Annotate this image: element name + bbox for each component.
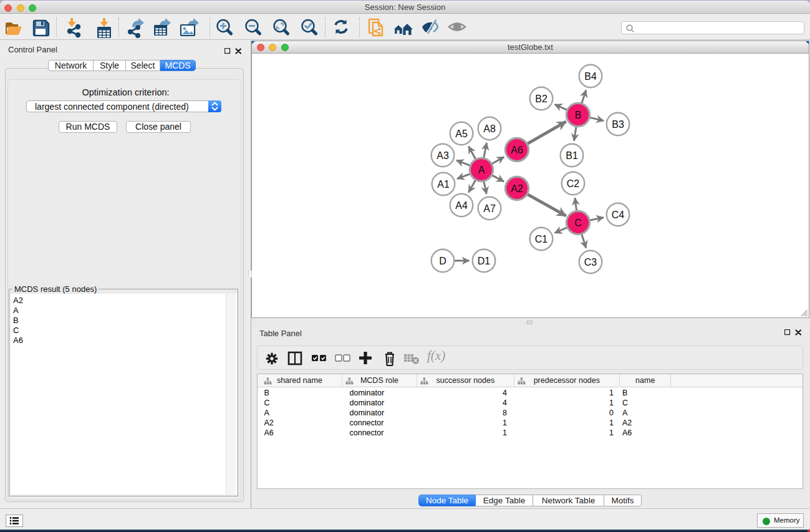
svg-text:D: D [439,256,446,266]
svg-text:A4: A4 [455,200,468,211]
svg-text:B2: B2 [535,94,547,104]
svg-text:C: C [574,218,582,228]
svg-text:A7: A7 [483,203,496,214]
svg-text:C1: C1 [535,234,548,244]
svg-text:A6: A6 [511,145,523,155]
svg-text:A8: A8 [483,123,496,134]
svg-text:B4: B4 [584,71,597,82]
svg-text:A3: A3 [436,150,449,161]
svg-text:A1: A1 [437,179,450,190]
svg-text:A5: A5 [455,128,468,139]
svg-text:D1: D1 [478,256,491,266]
svg-text:A: A [478,165,485,175]
svg-text:B: B [575,110,582,120]
svg-text:A2: A2 [511,183,523,194]
svg-text:B1: B1 [566,150,578,161]
svg-text:C4: C4 [612,210,625,220]
svg-text:C2: C2 [567,178,580,189]
svg-text:C3: C3 [584,257,597,268]
svg-text:B3: B3 [612,119,624,130]
